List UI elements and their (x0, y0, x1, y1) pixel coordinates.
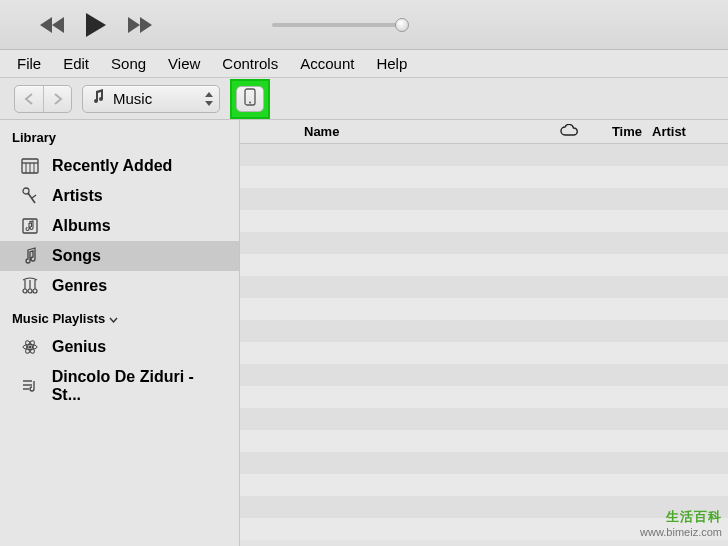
chevron-down-icon (109, 311, 118, 326)
list-rows (240, 144, 728, 546)
table-row[interactable] (240, 496, 728, 518)
device-phone-icon (244, 88, 256, 110)
col-artist[interactable]: Artist (648, 124, 728, 139)
sidebar-item-label: Genres (52, 277, 107, 295)
svg-rect-10 (23, 219, 37, 233)
table-row[interactable] (240, 452, 728, 474)
playlists-header-label: Music Playlists (12, 311, 105, 326)
music-note-icon (91, 89, 105, 109)
svg-point-1 (249, 101, 251, 103)
stepper-icon (205, 92, 213, 106)
playlist-icon (20, 377, 40, 395)
table-row[interactable] (240, 144, 728, 166)
table-row[interactable] (240, 254, 728, 276)
genre-icon (20, 277, 40, 295)
table-row[interactable] (240, 210, 728, 232)
table-row[interactable] (240, 166, 728, 188)
source-selector[interactable]: Music (82, 85, 220, 113)
table-row[interactable] (240, 408, 728, 430)
table-row[interactable] (240, 518, 728, 540)
svg-point-11 (23, 289, 27, 293)
genius-icon (20, 338, 40, 356)
col-name[interactable]: Name (300, 124, 544, 139)
device-button-highlight (230, 79, 270, 119)
playlists-header[interactable]: Music Playlists (0, 301, 239, 332)
play-button[interactable] (84, 12, 108, 38)
sidebar-item-playlist[interactable]: Dincolo De Ziduri - St... (0, 362, 239, 410)
menubar: File Edit Song View Controls Account Hel… (0, 50, 728, 78)
sidebar-item-label: Dincolo De Ziduri - St... (52, 368, 225, 404)
menu-song[interactable]: Song (102, 53, 155, 74)
menu-edit[interactable]: Edit (54, 53, 98, 74)
menu-help[interactable]: Help (367, 53, 416, 74)
svg-line-8 (28, 193, 35, 203)
sidebar-item-label: Recently Added (52, 157, 172, 175)
volume-knob[interactable] (395, 18, 409, 32)
volume-slider[interactable] (272, 23, 402, 27)
table-row[interactable] (240, 430, 728, 452)
cloud-icon (559, 124, 579, 140)
sidebar-item-albums[interactable]: Albums (0, 211, 239, 241)
table-row[interactable] (240, 364, 728, 386)
artist-icon (20, 187, 40, 205)
toolbar: Music (0, 78, 728, 120)
table-row[interactable] (240, 386, 728, 408)
col-time[interactable]: Time (594, 124, 648, 139)
sidebar-item-recently-added[interactable]: Recently Added (0, 151, 239, 181)
table-row[interactable] (240, 276, 728, 298)
table-row[interactable] (240, 188, 728, 210)
library-header: Library (0, 120, 239, 151)
table-row[interactable] (240, 320, 728, 342)
table-row[interactable] (240, 298, 728, 320)
album-icon (20, 217, 40, 235)
col-cloud[interactable] (544, 124, 594, 140)
menu-file[interactable]: File (8, 53, 50, 74)
sidebar-item-label: Songs (52, 247, 101, 265)
sidebar-item-label: Genius (52, 338, 106, 356)
table-row[interactable] (240, 474, 728, 496)
menu-controls[interactable]: Controls (213, 53, 287, 74)
sidebar-item-artists[interactable]: Artists (0, 181, 239, 211)
playback-controls (40, 12, 152, 38)
source-label: Music (113, 90, 197, 107)
sidebar-item-label: Albums (52, 217, 111, 235)
content-area: Library Recently Added Artists Albums So… (0, 120, 728, 546)
sidebar-item-songs[interactable]: Songs (0, 241, 239, 271)
forward-button[interactable] (43, 86, 71, 112)
sidebar-item-genius[interactable]: Genius (0, 332, 239, 362)
svg-line-9 (32, 195, 36, 198)
sidebar-item-label: Artists (52, 187, 103, 205)
svg-point-17 (28, 345, 31, 348)
player-topbar (0, 0, 728, 50)
svg-point-12 (28, 289, 32, 293)
song-list: Name Time Artist (240, 120, 728, 546)
list-header: Name Time Artist (240, 120, 728, 144)
menu-view[interactable]: View (159, 53, 209, 74)
menu-account[interactable]: Account (291, 53, 363, 74)
previous-button[interactable] (40, 16, 66, 34)
sidebar: Library Recently Added Artists Albums So… (0, 120, 240, 546)
table-row[interactable] (240, 342, 728, 364)
sidebar-item-genres[interactable]: Genres (0, 271, 239, 301)
table-row[interactable] (240, 232, 728, 254)
recent-icon (20, 157, 40, 175)
device-button[interactable] (236, 86, 264, 112)
song-icon (20, 247, 40, 265)
nav-buttons (14, 85, 72, 113)
svg-point-13 (33, 289, 37, 293)
next-button[interactable] (126, 16, 152, 34)
back-button[interactable] (15, 86, 43, 112)
